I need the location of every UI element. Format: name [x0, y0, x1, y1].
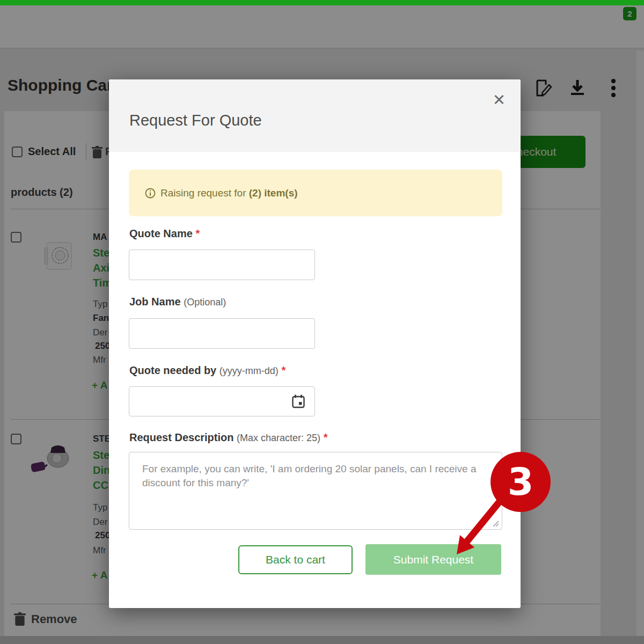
banner-text: Raising request for (2) item(s) — [160, 187, 298, 199]
submit-request-button[interactable]: Submit Request — [365, 544, 501, 575]
quote-needed-by-input[interactable] — [129, 386, 315, 416]
request-description-label: Request Description (Max character: 25) … — [129, 431, 327, 444]
request-for-quote-modal: Request For Quote ✕ Raising request for … — [109, 79, 521, 608]
close-icon[interactable]: ✕ — [493, 92, 506, 108]
job-name-input[interactable] — [129, 318, 315, 349]
back-to-cart-button[interactable]: Back to cart — [238, 545, 353, 574]
job-name-label: Job Name (Optional) — [129, 296, 226, 308]
quote-name-input[interactable] — [129, 250, 315, 280]
modal-title: Request For Quote — [129, 112, 262, 129]
info-banner: Raising request for (2) item(s) — [129, 170, 502, 216]
quote-name-label: Quote Name * — [129, 228, 200, 240]
request-description-textarea[interactable] — [129, 452, 502, 530]
info-icon — [145, 188, 156, 199]
top-accent-bar — [0, 0, 644, 5]
calendar-icon[interactable] — [292, 394, 305, 408]
quote-needed-by-label: Quote needed by (yyyy-mm-dd) * — [129, 364, 286, 377]
